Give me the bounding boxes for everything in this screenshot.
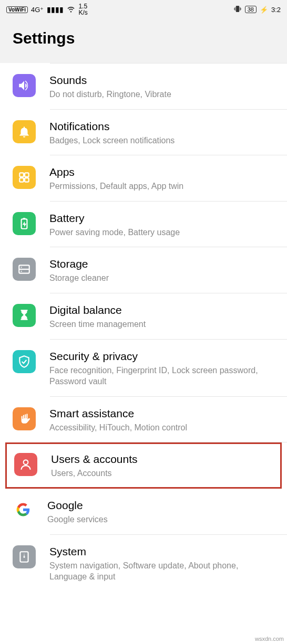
settings-item-google[interactable]: Google Google services	[0, 489, 287, 535]
item-text: Security & privacy Face recognition, Fin…	[49, 349, 274, 387]
svg-point-9	[21, 271, 22, 272]
item-title: Sounds	[49, 74, 274, 87]
item-text: Digital balance Screen time management	[49, 303, 274, 330]
svg-text:i: i	[24, 553, 25, 559]
item-subtitle: System navigation, Software update, Abou…	[49, 560, 274, 583]
vibrate-icon	[233, 5, 242, 15]
hand-icon	[13, 407, 36, 430]
sound-icon	[13, 74, 36, 97]
item-subtitle: Permissions, Default apps, App twin	[49, 181, 274, 192]
battery-indicator: 38	[245, 6, 257, 13]
item-title: Users & accounts	[51, 453, 273, 466]
item-title: Storage	[49, 258, 274, 270]
page-title: Settings	[13, 29, 274, 47]
settings-item-battery[interactable]: Battery Power saving mode, Battery usage	[0, 202, 287, 248]
svg-rect-5	[23, 218, 25, 219]
settings-item-storage[interactable]: Storage Storage cleaner	[0, 247, 287, 293]
item-text: System System navigation, Software updat…	[49, 544, 274, 583]
settings-item-security[interactable]: Security & privacy Face recognition, Fin…	[0, 340, 287, 397]
network-speed: 1.5K/s	[78, 3, 87, 16]
google-icon	[13, 499, 34, 520]
item-subtitle: Face recognition, Fingerprint ID, Lock s…	[49, 365, 274, 387]
item-subtitle: Do not disturb, Ringtone, Vibrate	[49, 89, 274, 100]
item-subtitle: Screen time management	[49, 319, 274, 330]
settings-list: Sounds Do not disturb, Ringtone, Vibrate…	[0, 63, 287, 603]
settings-item-system[interactable]: i System System navigation, Software upd…	[0, 535, 287, 592]
item-subtitle: Users, Accounts	[51, 468, 273, 479]
item-title: System	[49, 545, 274, 558]
item-title: Apps	[49, 166, 274, 178]
svg-point-8	[21, 267, 22, 268]
item-text: Storage Storage cleaner	[49, 257, 274, 284]
item-text: Battery Power saving mode, Battery usage	[49, 211, 274, 238]
item-title: Google	[47, 499, 274, 512]
signal-icon: ▮▮▮▮	[47, 5, 64, 14]
clock: 3:2	[271, 6, 281, 14]
item-title: Battery	[49, 212, 274, 225]
item-title: Digital balance	[49, 304, 274, 316]
network-type: 4G⁺	[31, 6, 44, 14]
system-icon: i	[13, 545, 36, 568]
settings-item-smart-assistance[interactable]: Smart assistance Accessibility, HiTouch,…	[0, 397, 287, 443]
page-header: Settings	[0, 19, 287, 63]
item-subtitle: Google services	[47, 514, 274, 525]
status-right: 38 ⚡ 3:2	[233, 5, 281, 15]
apps-icon	[13, 166, 36, 189]
settings-item-sounds[interactable]: Sounds Do not disturb, Ringtone, Vibrate	[0, 64, 287, 110]
svg-rect-1	[25, 173, 29, 177]
item-text: Notifications Badges, Lock screen notifi…	[49, 119, 274, 146]
charging-icon: ⚡	[260, 6, 268, 14]
status-left: VoWiFi 4G⁺ ▮▮▮▮ 1.5K/s	[6, 3, 88, 16]
item-subtitle: Storage cleaner	[49, 272, 274, 284]
item-text: Google Google services	[47, 498, 274, 525]
storage-icon	[13, 258, 36, 281]
item-subtitle: Accessibility, HiTouch, Motion control	[49, 422, 274, 434]
status-bar: VoWiFi 4G⁺ ▮▮▮▮ 1.5K/s 38 ⚡ 3:2	[0, 0, 287, 19]
item-text: Smart assistance Accessibility, HiTouch,…	[49, 406, 274, 434]
battery-icon	[13, 212, 36, 235]
item-title: Security & privacy	[49, 350, 274, 363]
item-subtitle: Power saving mode, Battery usage	[49, 227, 274, 238]
item-subtitle: Badges, Lock screen notifications	[49, 135, 274, 146]
settings-item-apps[interactable]: Apps Permissions, Default apps, App twin	[0, 155, 287, 202]
vowifi-badge: VoWiFi	[6, 6, 28, 13]
settings-item-notifications[interactable]: Notifications Badges, Lock screen notifi…	[0, 110, 287, 156]
svg-rect-3	[25, 178, 29, 182]
wifi-icon	[67, 5, 75, 15]
bell-icon	[13, 120, 36, 143]
hourglass-icon	[13, 304, 36, 327]
shield-icon	[13, 350, 36, 373]
user-icon	[14, 453, 37, 476]
item-title: Smart assistance	[49, 407, 274, 420]
svg-point-10	[24, 460, 28, 465]
svg-rect-2	[19, 178, 24, 182]
settings-item-digital-balance[interactable]: Digital balance Screen time management	[0, 293, 287, 340]
item-text: Apps Permissions, Default apps, App twin	[49, 165, 274, 192]
settings-item-users-accounts[interactable]: Users & accounts Users, Accounts	[5, 442, 282, 489]
item-text: Users & accounts Users, Accounts	[51, 452, 273, 479]
item-title: Notifications	[49, 120, 274, 133]
svg-rect-0	[19, 173, 24, 177]
item-text: Sounds Do not disturb, Ringtone, Vibrate	[49, 73, 274, 100]
